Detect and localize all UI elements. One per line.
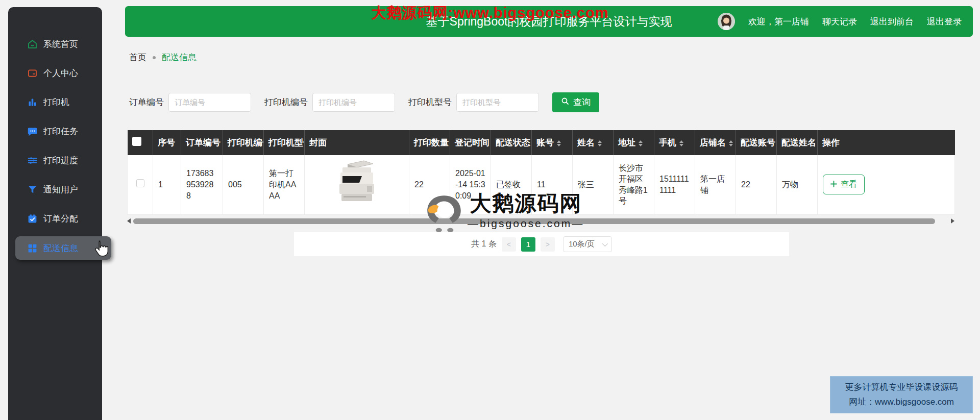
search-button[interactable]: 查询	[552, 92, 599, 112]
col-seq: 序号	[153, 130, 181, 155]
sidebar-item-printer[interactable]: 打印机	[8, 88, 102, 117]
sidebar-item-label: 打印进度	[43, 155, 78, 166]
sidebar-item-label: 打印任务	[43, 126, 78, 137]
grid-icon	[27, 242, 38, 254]
horizontal-scrollbar[interactable]	[127, 217, 954, 225]
printer-model-input[interactable]	[456, 93, 539, 112]
sort-icon[interactable]	[729, 140, 733, 146]
col-delivery-account[interactable]: 配送账号	[736, 130, 777, 155]
select-all-checkbox[interactable]	[132, 137, 141, 146]
scrollbar-thumb[interactable]	[133, 218, 935, 224]
printer-photo	[330, 200, 383, 209]
cell-order-no: 1736839539288	[181, 155, 223, 214]
col-order-no[interactable]: 订单编号	[181, 130, 223, 155]
printer-no-label: 打印机编号	[264, 96, 308, 108]
cell-printer-model: 第一打印机AAAA	[264, 155, 305, 214]
row-select-cell[interactable]	[128, 155, 153, 214]
cell-actions: 查看	[818, 155, 955, 214]
sidebar-item-notify-user[interactable]: 通知用户	[8, 175, 102, 204]
view-button[interactable]: 查看	[823, 175, 865, 194]
sidebar-item-label: 配送信息	[43, 242, 78, 254]
promo-line1: 更多计算机专业毕设课设源码	[845, 380, 958, 394]
sort-icon[interactable]	[557, 140, 561, 146]
breadcrumb-home[interactable]: 首页	[129, 52, 146, 63]
logout-link[interactable]: 退出登录	[927, 16, 962, 28]
view-button-label: 查看	[841, 179, 857, 190]
printer-model-label: 打印机型号	[408, 96, 452, 108]
sidebar-item-system-home[interactable]: 系统首页	[8, 30, 102, 59]
sidebar: 系统首页 个人中心 打印机 打印任务 打印进度 通知用户 订单分配	[8, 7, 102, 420]
header-bar: 基于SpringBoot的校园打印服务平台设计与实现 欢迎，第一店铺 聊天记录 …	[125, 6, 973, 37]
col-delivery-status[interactable]: 配送状态	[491, 130, 532, 155]
breadcrumb-current: 配送信息	[162, 52, 197, 63]
promo-box: 更多计算机专业毕设课设源码 网址：www.bigsgoose.com	[830, 376, 973, 413]
cell-account: 11	[532, 155, 573, 214]
sliders-icon	[27, 155, 38, 166]
chat-bubble-icon	[27, 126, 38, 137]
cell-printer-no: 005	[223, 155, 264, 214]
delivery-table: 序号 订单编号 打印机编号 打印机型号 封面 打印数量 登记时间 配送状态 账号…	[127, 130, 954, 215]
col-delivery-name[interactable]: 配送姓名	[777, 130, 818, 155]
cell-name: 张三	[573, 155, 614, 214]
col-printer-model[interactable]: 打印机型号	[264, 130, 305, 155]
col-printer-no[interactable]: 打印机编号	[223, 130, 264, 155]
page-1-button[interactable]: 1	[521, 237, 535, 252]
col-address[interactable]: 地址	[614, 130, 654, 155]
total-count: 共 1 条	[471, 239, 497, 250]
home-icon	[27, 39, 38, 50]
sidebar-item-print-task[interactable]: 打印任务	[8, 117, 102, 146]
breadcrumb: 首页 配送信息	[129, 52, 197, 63]
col-name[interactable]: 姓名	[573, 130, 614, 155]
col-cover: 封面	[305, 130, 409, 155]
profile-card-icon	[27, 68, 38, 79]
row-checkbox[interactable]	[136, 179, 144, 187]
prev-page-button[interactable]: <	[502, 237, 516, 252]
col-print-count[interactable]: 打印数量	[409, 130, 450, 155]
chat-history-link[interactable]: 聊天记录	[822, 16, 857, 28]
cell-delivery-name: 万物	[777, 155, 818, 214]
funnel-icon	[27, 184, 38, 195]
page-title: 基于SpringBoot的校园打印服务平台设计与实现	[426, 14, 672, 30]
sort-icon[interactable]	[639, 140, 643, 146]
scroll-left-icon[interactable]	[127, 218, 131, 224]
avatar[interactable]	[718, 13, 735, 30]
col-shop-name[interactable]: 店铺名	[695, 130, 736, 155]
scroll-right-icon[interactable]	[951, 218, 954, 224]
chevron-down-icon	[602, 240, 608, 246]
exit-to-front-link[interactable]: 退出到前台	[870, 16, 914, 28]
col-actions: 操作	[818, 130, 955, 155]
bar-chart-icon	[27, 97, 38, 108]
next-page-button[interactable]: >	[541, 237, 555, 252]
printer-no-input[interactable]	[312, 93, 395, 112]
sidebar-item-label: 系统首页	[43, 38, 78, 50]
sidebar-item-label: 订单分配	[43, 213, 78, 225]
page-size-select[interactable]: 10条/页	[563, 236, 612, 252]
cell-shop-name: 第一店铺	[695, 155, 736, 214]
col-register-time[interactable]: 登记时间	[450, 130, 491, 155]
page-size-value: 10条/页	[569, 239, 595, 249]
sidebar-item-label: 打印机	[43, 96, 69, 108]
table-header-row: 序号 订单编号 打印机编号 打印机型号 封面 打印数量 登记时间 配送状态 账号…	[128, 130, 955, 155]
col-account[interactable]: 账号	[532, 130, 573, 155]
cell-delivery-account: 22	[736, 155, 777, 214]
col-phone[interactable]: 手机	[654, 130, 695, 155]
select-all-header[interactable]	[128, 130, 153, 155]
pagination-bar: 共 1 条 < 1 > 10条/页	[294, 232, 789, 256]
hand-pointer-cursor-icon	[92, 240, 109, 260]
filter-order-no: 订单编号	[129, 93, 251, 112]
sidebar-item-delivery-info[interactable]: 配送信息	[15, 236, 111, 260]
filter-printer-no: 打印机编号	[264, 93, 395, 112]
search-icon	[561, 97, 569, 108]
filter-printer-model: 打印机型号	[408, 93, 539, 112]
sort-icon[interactable]	[598, 140, 602, 146]
sort-icon[interactable]	[679, 140, 683, 146]
sidebar-item-print-progress[interactable]: 打印进度	[8, 146, 102, 175]
sidebar-item-order-assign[interactable]: 订单分配	[8, 204, 102, 233]
cell-cover	[305, 155, 409, 214]
breadcrumb-dot-icon	[153, 56, 156, 59]
sidebar-item-label: 通知用户	[43, 184, 78, 195]
order-no-input[interactable]	[168, 93, 251, 112]
clipboard-check-icon	[27, 213, 38, 225]
sidebar-item-profile[interactable]: 个人中心	[8, 59, 102, 88]
filter-bar: 订单编号 打印机编号 打印机型号 查询	[129, 92, 599, 112]
